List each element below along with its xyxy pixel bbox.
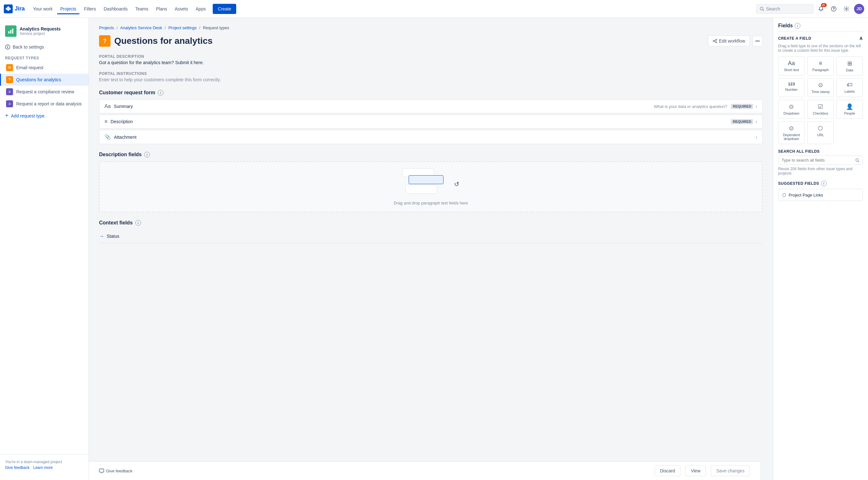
nav-your-work[interactable]: Your work bbox=[30, 4, 56, 14]
context-fields-heading: Context fields i bbox=[99, 220, 763, 226]
analytics-icon bbox=[8, 28, 14, 34]
date-icon: ⊞ bbox=[847, 60, 852, 67]
nav-item-label[interactable]: Plans bbox=[153, 4, 170, 14]
sidebar-item-questions[interactable]: ? Questions for analytics bbox=[0, 74, 89, 86]
help-button[interactable] bbox=[829, 4, 839, 14]
checkbox-icon: ☑ bbox=[818, 103, 823, 110]
search-bar[interactable]: Search bbox=[756, 4, 813, 14]
edit-workflow-button[interactable]: Edit workflow bbox=[708, 36, 750, 46]
sidebar-item-label: Request a compliance review bbox=[16, 89, 74, 94]
field-description[interactable]: ≡ Description REQUIRED bbox=[99, 115, 763, 129]
back-to-settings[interactable]: Back to settings bbox=[0, 42, 89, 52]
summary-required-badge: REQUIRED bbox=[731, 104, 753, 109]
field-type-dropdown[interactable]: ⊙ Dropdown bbox=[778, 100, 805, 119]
nav-item-label[interactable]: Your work bbox=[30, 4, 56, 14]
more-options-button[interactable]: ••• bbox=[752, 36, 763, 46]
discard-button[interactable]: Discard bbox=[655, 466, 680, 476]
learn-more-link[interactable]: Learn more bbox=[33, 466, 53, 470]
field-type-paragraph[interactable]: ≡ Paragraph bbox=[807, 57, 834, 75]
nav-projects[interactable]: Projects bbox=[57, 4, 80, 14]
add-request-type[interactable]: + Add request type bbox=[0, 110, 89, 122]
sidebar-item-report[interactable]: ≡ Request a report or data analysis bbox=[0, 98, 89, 110]
nav-apps[interactable]: Apps bbox=[192, 4, 209, 14]
breadcrumb-sep: / bbox=[117, 25, 118, 30]
description-fields-info-icon[interactable]: i bbox=[144, 152, 150, 157]
fields-info-icon[interactable]: i bbox=[795, 23, 800, 29]
jira-wordmark: Jira bbox=[14, 5, 25, 12]
sidebar-item-email[interactable]: ✉ Email request bbox=[0, 62, 89, 74]
field-type-labels[interactable]: 🏷 Labels bbox=[836, 78, 863, 97]
field-type-url[interactable]: ⬡ URL bbox=[807, 121, 834, 144]
view-button[interactable]: View bbox=[685, 466, 706, 476]
dropdown-icon: ⊙ bbox=[789, 103, 794, 110]
nav-filters[interactable]: Filters bbox=[81, 4, 99, 14]
nav-item-label[interactable]: Projects bbox=[57, 4, 80, 14]
labels-icon: 🏷 bbox=[847, 82, 852, 88]
collapse-icon[interactable]: ∧ bbox=[859, 35, 863, 41]
sidebar-footer-links: Give feedback Learn more bbox=[5, 466, 84, 470]
field-type-label: Paragraph bbox=[812, 68, 829, 72]
portal-description-text: Got a question for the analytics team? S… bbox=[99, 60, 763, 65]
project-page-links-icon: ⬡ bbox=[782, 192, 786, 197]
suggested-info-icon[interactable]: i bbox=[821, 181, 827, 186]
field-type-people[interactable]: 👤 People bbox=[836, 100, 863, 119]
customer-form-info-icon[interactable]: i bbox=[158, 90, 163, 96]
breadcrumb-projects[interactable]: Projects bbox=[99, 25, 114, 30]
workflow-icon bbox=[713, 39, 717, 43]
nav-item-label[interactable]: Filters bbox=[81, 4, 99, 14]
context-field-status[interactable]: → Status bbox=[99, 229, 763, 243]
settings-button[interactable] bbox=[841, 4, 851, 14]
nav-item-label[interactable]: Assets bbox=[172, 4, 191, 14]
main-content: Projects / Analytics Service Desk / Proj… bbox=[89, 18, 773, 480]
notifications-button[interactable]: 9+ bbox=[816, 4, 826, 14]
nav-item-label[interactable]: Dashboards bbox=[100, 4, 131, 14]
back-label: Back to settings bbox=[13, 44, 44, 50]
suggested-field-project-page-links[interactable]: ⬡ Project Page Links bbox=[778, 189, 863, 201]
portal-instructions-label: Portal instructions bbox=[99, 71, 763, 76]
jira-logo[interactable]: Jira bbox=[4, 4, 25, 13]
top-nav: Jira Your work Projects Filters Dashboar… bbox=[0, 0, 868, 18]
context-fields-label: Context fields bbox=[99, 220, 133, 226]
project-name: Analytics Requests bbox=[20, 26, 61, 31]
back-icon bbox=[5, 44, 10, 50]
nav-item-label[interactable]: Apps bbox=[192, 4, 209, 14]
panel-divider bbox=[778, 31, 863, 31]
portal-instructions-placeholder[interactable]: Enter text to help your customers comple… bbox=[99, 77, 763, 82]
field-type-number[interactable]: 123 Number bbox=[778, 78, 805, 97]
save-changes-button[interactable]: Save changes bbox=[711, 466, 750, 476]
svg-line-14 bbox=[714, 41, 716, 42]
nav-teams[interactable]: Teams bbox=[132, 4, 151, 14]
field-type-dependent-dropdown[interactable]: ⊙ Dependent dropdown bbox=[778, 121, 805, 144]
question-icon: ? bbox=[6, 76, 13, 83]
fields-title: Fields bbox=[778, 23, 793, 29]
description-fields-drop-zone[interactable]: ↺ Drag and drop paragraph text fields he… bbox=[99, 161, 763, 213]
search-all-fields-input[interactable] bbox=[782, 158, 854, 163]
give-feedback-link[interactable]: Give feedback bbox=[5, 466, 30, 470]
field-type-date[interactable]: ⊞ Date bbox=[836, 57, 863, 75]
field-attachment[interactable]: 📎 Attachment bbox=[99, 130, 763, 144]
breadcrumb-service-desk[interactable]: Analytics Service Desk bbox=[120, 25, 162, 30]
breadcrumb-project-settings[interactable]: Project settings bbox=[168, 25, 196, 30]
field-type-short-text[interactable]: Aa Short text bbox=[778, 57, 805, 75]
project-icon bbox=[5, 25, 17, 37]
search-icon bbox=[760, 7, 764, 11]
nav-item-label[interactable]: Teams bbox=[132, 4, 151, 14]
nav-dashboards[interactable]: Dashboards bbox=[100, 4, 131, 14]
field-type-checkbox[interactable]: ☑ Checkbox bbox=[807, 100, 834, 119]
context-fields-info-icon[interactable]: i bbox=[135, 220, 141, 226]
feedback-label: Give feedback bbox=[106, 469, 132, 473]
field-type-label: URL bbox=[817, 133, 824, 137]
create-button[interactable]: Create bbox=[213, 4, 236, 14]
description-field-icon: ≡ bbox=[104, 119, 107, 124]
give-feedback-button[interactable]: Give feedback bbox=[99, 468, 132, 473]
user-avatar[interactable]: JD bbox=[854, 4, 864, 14]
nav-assets[interactable]: Assets bbox=[172, 4, 191, 14]
field-summary[interactable]: Aa Summary What is your data or analytic… bbox=[99, 99, 763, 113]
drag-arrow-icon: ↺ bbox=[454, 180, 459, 188]
sidebar-item-compliance[interactable]: ≡ Request a compliance review bbox=[0, 86, 89, 98]
page-title-icon: ? bbox=[99, 35, 111, 47]
number-icon: 123 bbox=[788, 82, 795, 86]
field-type-timestamp[interactable]: ⊙ Time stamp bbox=[807, 78, 834, 97]
nav-plans[interactable]: Plans bbox=[153, 4, 170, 14]
breadcrumb: Projects / Analytics Service Desk / Proj… bbox=[99, 25, 763, 30]
